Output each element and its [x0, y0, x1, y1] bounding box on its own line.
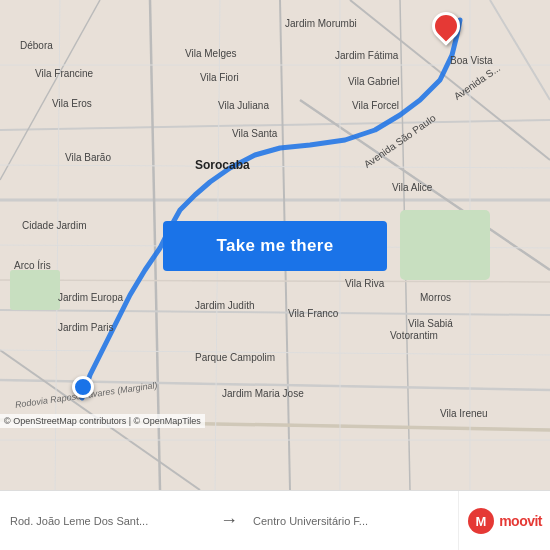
moovit-logo: M moovit	[458, 491, 550, 550]
bottom-bar: Rod. João Leme Dos Sant... → Centro Univ…	[0, 490, 550, 550]
take-me-there-button[interactable]: Take me there	[163, 221, 387, 271]
moovit-icon: M	[467, 507, 495, 535]
svg-line-11	[0, 0, 100, 180]
end-marker	[432, 12, 460, 48]
map-container: Sorocaba Votorantim Boa Vista Vila Melge…	[0, 0, 550, 490]
svg-line-5	[0, 310, 550, 315]
start-marker	[72, 376, 94, 398]
svg-rect-24	[10, 270, 60, 310]
moovit-logo-text: moovit	[499, 513, 542, 529]
svg-line-22	[490, 0, 550, 100]
svg-line-21	[0, 280, 550, 282]
svg-text:M: M	[476, 514, 487, 529]
map-attribution: © OpenStreetMap contributors | © OpenMap…	[0, 414, 205, 428]
end-marker-pin	[426, 6, 466, 46]
origin-label: Rod. João Leme Dos Sant...	[10, 515, 205, 527]
route-arrow: →	[215, 510, 243, 531]
origin-endpoint: Rod. João Leme Dos Sant...	[0, 515, 215, 527]
svg-line-17	[0, 165, 550, 168]
svg-line-19	[0, 350, 550, 355]
destination-label: Centro Universitário F...	[253, 515, 448, 527]
svg-line-1	[0, 120, 550, 130]
svg-rect-23	[400, 210, 490, 280]
destination-endpoint: Centro Universitário F...	[243, 515, 458, 527]
